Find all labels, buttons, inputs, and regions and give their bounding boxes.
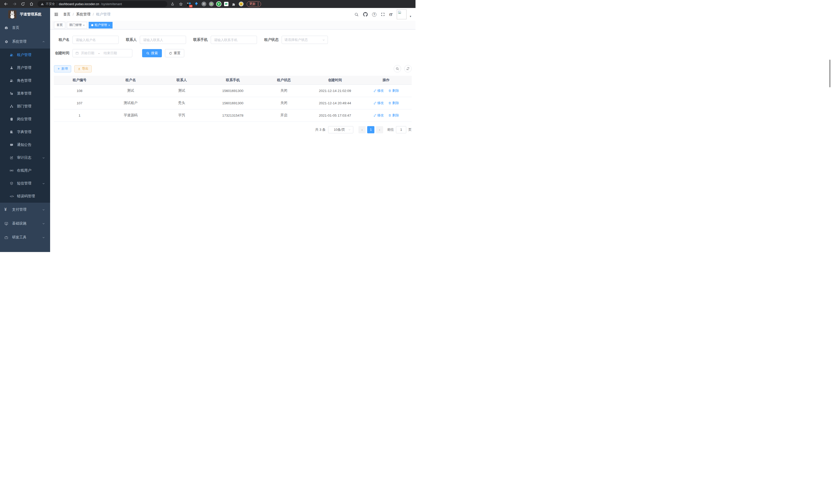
close-icon[interactable]: ×	[83, 24, 85, 27]
sidebar-item-dept[interactable]: 部门管理	[0, 100, 50, 113]
toggle-search-button[interactable]	[394, 65, 401, 72]
reset-button[interactable]: 重置	[165, 49, 184, 57]
edit-link[interactable]: 修改	[373, 113, 384, 118]
chevron-up-icon	[42, 40, 45, 43]
forward-icon[interactable]	[11, 1, 18, 7]
sidebar-item-dict[interactable]: 字典管理	[0, 126, 50, 139]
cell-contact: 芋艿	[156, 109, 207, 121]
sidebar-item-label: 短信管理	[17, 181, 31, 186]
search-button[interactable]: 搜索	[142, 49, 162, 57]
cell-id: 108	[54, 85, 105, 97]
extension-chat-icon[interactable]	[223, 1, 229, 7]
col-tenant-name: 租户名	[105, 76, 156, 85]
avatar[interactable]	[397, 9, 406, 19]
extension-dot-icon[interactable]	[208, 1, 214, 7]
delete-link[interactable]: 删除	[388, 88, 399, 93]
tenant-name-input[interactable]	[73, 36, 119, 44]
extension-emoji-icon[interactable]	[238, 1, 244, 7]
sidebar-item-online-user[interactable]: 在线用户	[0, 164, 50, 177]
goto-page-input[interactable]	[396, 126, 406, 133]
table-row: 1 芋道源码 芋艿 17321315478 开启 2021-01-05 17:0…	[54, 109, 412, 121]
sidebar-fold-icon[interactable]	[54, 12, 59, 17]
sidebar-item-home[interactable]: 首页	[0, 21, 50, 35]
cell-status: 关闭	[258, 97, 309, 109]
fullscreen-icon[interactable]	[381, 12, 385, 17]
col-actions: 操作	[361, 76, 412, 85]
date-range-picker[interactable]: 开始日期 - 结束日期	[73, 49, 132, 57]
page-size-select[interactable]: 10条/页	[328, 126, 353, 133]
warning-icon[interactable]	[40, 2, 44, 6]
next-page-button[interactable]: ›	[376, 126, 383, 133]
add-button[interactable]: 新增	[54, 65, 71, 72]
edit-pen-icon	[373, 89, 376, 92]
prev-glyph: ‹	[362, 128, 363, 132]
back-icon[interactable]	[3, 1, 9, 7]
extension-y-icon[interactable]: Y	[216, 1, 222, 7]
refresh-table-button[interactable]	[404, 65, 412, 72]
sidebar-item-sms[interactable]: 短信管理	[0, 177, 50, 190]
sidebar-item-tenant[interactable]: 租户管理	[0, 49, 50, 61]
delete-link[interactable]: 删除	[388, 101, 399, 105]
delete-label: 删除	[392, 88, 399, 93]
github-icon[interactable]	[363, 12, 368, 17]
home-icon[interactable]	[28, 1, 35, 7]
cell-id: 1	[54, 109, 105, 121]
gear-icon	[4, 40, 8, 44]
sidebar-item-system[interactable]: 系统管理	[0, 35, 50, 49]
sidebar-item-menu[interactable]: 菜单管理	[0, 87, 50, 100]
edit-link[interactable]: 修改	[373, 88, 384, 93]
caret-down-icon[interactable]: ▼	[409, 15, 412, 18]
sidebar-logo[interactable]: 芋道管理系统	[0, 8, 50, 21]
extension-tasks-icon[interactable]: 10	[186, 1, 192, 7]
browser-update-button[interactable]: 更新	[247, 1, 261, 7]
bookmark-star-icon[interactable]	[177, 1, 184, 7]
breadcrumb-system[interactable]: 系统管理	[76, 12, 90, 17]
tab-home[interactable]: 首页	[54, 22, 65, 29]
mobile-input[interactable]	[211, 36, 257, 44]
delete-link[interactable]: 删除	[388, 113, 399, 118]
export-button[interactable]: 导出	[74, 65, 92, 72]
prev-page-button[interactable]: ‹	[359, 126, 366, 133]
sidebar-item-role[interactable]: 角色管理	[0, 74, 50, 87]
breadcrumb-current: 租户管理	[96, 12, 111, 17]
sidebar-item-post[interactable]: 岗位管理	[0, 113, 50, 126]
cell-mobile: 17321315478	[207, 109, 258, 121]
active-dot	[91, 24, 93, 26]
close-icon[interactable]: ×	[108, 24, 110, 27]
extension-command-icon[interactable]: ⌘	[201, 1, 207, 7]
briefcase-icon	[4, 236, 8, 239]
share-icon[interactable]	[169, 1, 176, 7]
sidebar-item-infra[interactable]: 基础设施	[0, 216, 50, 230]
cell-status: 开启	[258, 109, 309, 121]
extension-puzzle-icon[interactable]	[231, 1, 236, 7]
contact-input[interactable]	[140, 36, 186, 44]
reload-icon[interactable]	[20, 1, 26, 7]
chevron-down-icon	[348, 128, 351, 131]
cell-mobile: 15601691300	[207, 85, 258, 97]
address-bar[interactable]: 不安全 dashboard.yudao.iocoder.cn/system/te…	[37, 1, 167, 7]
col-mobile: 联系手机	[207, 76, 258, 85]
monitor-icon	[4, 222, 8, 226]
tab-dept[interactable]: 部门管理×	[67, 22, 87, 29]
green-dot	[210, 3, 212, 5]
sidebar-item-user[interactable]: 用户管理	[0, 61, 50, 74]
breadcrumb-home[interactable]: 首页	[63, 12, 70, 17]
extension-badge: 10	[189, 5, 193, 7]
status-placeholder: 请选择租户状态	[284, 37, 322, 42]
extension-kite-icon[interactable]	[194, 1, 199, 7]
breadcrumb-separator: /	[93, 12, 94, 17]
header-search-icon[interactable]	[354, 12, 359, 17]
end-date-placeholder: 结束日期	[104, 51, 117, 56]
sidebar-item-notice[interactable]: 通知公告	[0, 139, 50, 151]
font-size-icon[interactable]: tT	[389, 12, 392, 17]
sidebar-item-errcode[interactable]: </> 错误码管理	[0, 190, 50, 203]
help-icon[interactable]: ?	[372, 12, 376, 17]
status-select[interactable]: 请选择租户状态	[282, 36, 328, 44]
cell-contact: 测试	[156, 85, 207, 97]
sidebar-item-devtools[interactable]: 研发工具	[0, 230, 50, 244]
sidebar-item-audit-log[interactable]: 审计日志	[0, 151, 50, 164]
edit-link[interactable]: 修改	[373, 101, 384, 105]
page-1-button[interactable]: 1	[367, 126, 374, 133]
tab-tenant[interactable]: 租户管理×	[89, 22, 112, 29]
sidebar-item-payment[interactable]: ¥ 支付管理	[0, 203, 50, 216]
